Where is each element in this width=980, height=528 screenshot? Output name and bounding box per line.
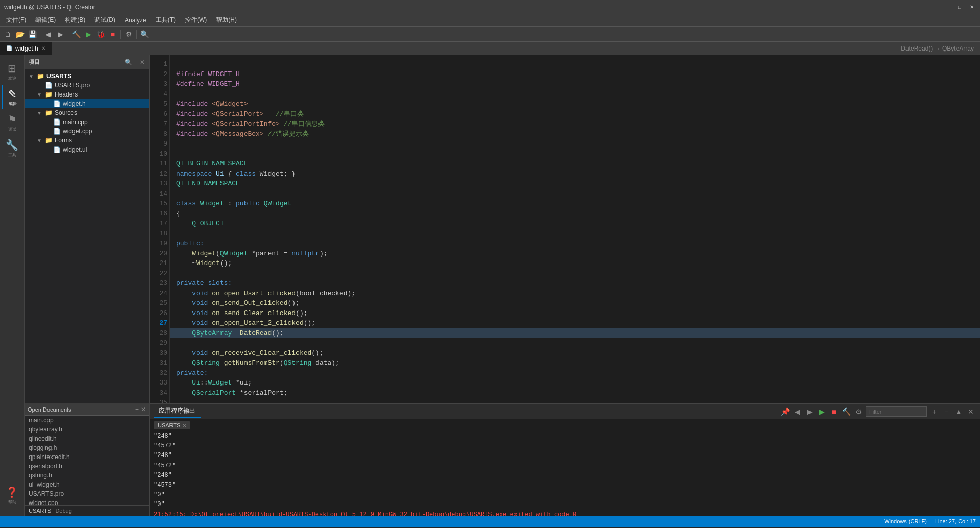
tab-label: widget.h	[15, 45, 38, 52]
od-qserialport[interactable]: qserialport.h	[24, 462, 149, 471]
tree-label-widget-h: widget.h	[63, 100, 86, 107]
sidebar-bottom: USARTS Debug	[24, 505, 149, 516]
tree-label-usarts-pro: USARTS.pro	[55, 82, 90, 89]
stop-button[interactable]: ■	[107, 29, 118, 40]
debug-selector[interactable]: Debug	[55, 508, 71, 514]
menu-edit[interactable]: 编辑(E)	[31, 15, 60, 26]
run-tabs: USARTS ✕	[154, 421, 976, 429]
add-project-icon[interactable]: +	[134, 59, 138, 66]
add-icon[interactable]: +	[929, 406, 939, 417]
welcome-icon: ⊞	[8, 62, 16, 75]
output-line-4: "4572"	[154, 461, 976, 471]
forward-button[interactable]: ▶	[55, 29, 66, 40]
ui-file-icon: 📄	[53, 146, 61, 153]
menu-analyze[interactable]: Analyze	[120, 16, 151, 25]
close-tab-button[interactable]: ✕	[41, 45, 45, 51]
next-icon[interactable]: ▶	[804, 406, 815, 417]
od-ui-widget[interactable]: ui_widget.h	[24, 480, 149, 489]
sources-folder-icon: 📁	[45, 109, 53, 116]
save-button[interactable]: 💾	[27, 29, 38, 40]
stop-btn[interactable]: ■	[829, 406, 839, 417]
activity-help[interactable]: ❓ 帮助	[2, 483, 22, 508]
line-ending[interactable]: Windows (CRLF)	[884, 518, 927, 524]
od-widget-cpp[interactable]: widget.cpp	[24, 498, 149, 505]
filter-button[interactable]: 🔍	[139, 29, 150, 40]
back-button[interactable]: ◀	[42, 29, 54, 40]
menu-build[interactable]: 构建(B)	[61, 15, 89, 26]
tree-arrow-forms: ▼	[37, 138, 43, 143]
project-panel: 项目 🔍 + ✕ ▼ 📁 USARTS 📄 USARTS.pro	[24, 55, 150, 516]
tree-item-widget-cpp[interactable]: 📄 widget.cpp	[24, 127, 149, 136]
output-line-7: "0"	[154, 490, 976, 500]
build-icon[interactable]: 🔨	[841, 406, 851, 417]
window-title: widget.h @ USARTS - Qt Creator	[4, 4, 95, 11]
filter-input[interactable]	[866, 406, 927, 417]
od-qlogging[interactable]: qlogging.h	[24, 443, 149, 452]
od-usarts-pro[interactable]: USARTS.pro	[24, 489, 149, 498]
run-btn[interactable]: ▶	[817, 406, 827, 417]
settings-button[interactable]: ⚙	[123, 29, 134, 40]
run-button[interactable]: ▶	[83, 29, 94, 40]
run-tab-usarts[interactable]: USARTS ✕	[154, 421, 190, 429]
tree-item-forms[interactable]: ▼ 📁 Forms	[24, 136, 149, 145]
activity-welcome[interactable]: ⊞ 欢迎	[2, 59, 22, 84]
maximize-button[interactable]: □	[955, 3, 964, 11]
menu-debug[interactable]: 调试(D)	[90, 15, 119, 26]
prev-icon[interactable]: ◀	[792, 406, 802, 417]
add-doc-icon[interactable]: +	[135, 406, 139, 413]
od-qstring[interactable]: qstring.h	[24, 471, 149, 480]
help-icon: ❓	[6, 486, 18, 498]
minus-icon[interactable]: −	[941, 406, 951, 417]
code-text[interactable]: #ifndef WIDGET_H #define WIDGET_H #inclu…	[170, 55, 980, 403]
tree-item-main-cpp[interactable]: 📄 main.cpp	[24, 117, 149, 127]
tree-item-headers[interactable]: ▼ 📁 Headers	[24, 90, 149, 99]
toolbar-separator-2	[68, 30, 68, 39]
tab-widget-h[interactable]: 📄 widget.h ✕	[0, 42, 52, 55]
pin-icon[interactable]: 📌	[780, 406, 790, 417]
tree-item-widget-h[interactable]: 📄 widget.h	[24, 99, 149, 108]
project-tree: ▼ 📁 USARTS 📄 USARTS.pro ▼ 📁 Headers	[24, 69, 149, 403]
tree-item-usarts-pro[interactable]: 📄 USARTS.pro	[24, 81, 149, 90]
run-tab-close[interactable]: ✕	[182, 423, 186, 428]
tree-item-usarts[interactable]: ▼ 📁 USARTS	[24, 71, 149, 81]
bottom-tab-app-output[interactable]: 应用程序输出	[154, 404, 201, 418]
od-qlineedit[interactable]: qlineedit.h	[24, 434, 149, 443]
tree-item-widget-ui[interactable]: 📄 widget.ui	[24, 145, 149, 154]
tree-item-sources[interactable]: ▼ 📁 Sources	[24, 108, 149, 117]
close-docs-icon[interactable]: ✕	[141, 406, 146, 413]
pro-file-icon: 📄	[45, 82, 53, 89]
project-panel-title: 项目	[29, 58, 40, 66]
build-button[interactable]: 🔨	[70, 29, 82, 40]
output-lines: "248" "4572" "248" "4572" "248" "4573" "…	[154, 431, 976, 516]
cursor-position[interactable]: Line: 27, Col: 17	[935, 518, 976, 524]
open-button[interactable]: 📂	[14, 29, 26, 40]
menu-file[interactable]: 文件(F)	[2, 15, 30, 26]
edit-icon: ✎	[8, 88, 17, 100]
titlebar: widget.h @ USARTS - Qt Creator − □ ✕	[0, 0, 980, 14]
minimize-button[interactable]: −	[943, 3, 951, 11]
menu-controls[interactable]: 控件(W)	[181, 15, 211, 26]
debug-run-button[interactable]: 🐞	[95, 29, 106, 40]
activity-debug[interactable]: ⚑ 调试	[2, 110, 22, 135]
close-panel-btn[interactable]: ✕	[966, 406, 976, 417]
code-area: 12345 678910 1112131415 1617181920 21222…	[150, 55, 980, 403]
cpp-file-icon: 📄	[53, 118, 61, 126]
bottom-tabs-left: 应用程序输出	[154, 404, 201, 418]
code-editor: 12345 678910 1112131415 1617181920 21222…	[150, 55, 980, 516]
bottom-tabs: 应用程序输出 📌 ◀ ▶ ▶ ■ 🔨 ⚙ + − ▲ ✕	[150, 404, 980, 419]
activity-edit[interactable]: ✎ 编辑	[2, 85, 22, 109]
od-qplaintextedit[interactable]: qplaintextedit.h	[24, 452, 149, 462]
close-panel-icon[interactable]: ✕	[140, 59, 145, 66]
project-selector[interactable]: USARTS	[29, 508, 51, 514]
collapse-icon[interactable]: ▲	[953, 406, 964, 417]
menu-tools[interactable]: 工具(T)	[152, 15, 180, 26]
od-qbytearray[interactable]: qbytearray.h	[24, 425, 149, 434]
tree-label-sources: Sources	[55, 109, 77, 116]
menu-help[interactable]: 帮助(H)	[212, 15, 241, 26]
settings-icon[interactable]: ⚙	[853, 406, 864, 417]
filter-project-icon[interactable]: 🔍	[125, 59, 132, 66]
new-file-button[interactable]: 🗋	[2, 29, 13, 40]
activity-tools[interactable]: 🔧 工具	[2, 136, 22, 160]
close-button[interactable]: ✕	[968, 3, 976, 11]
od-main-cpp[interactable]: main.cpp	[24, 416, 149, 425]
